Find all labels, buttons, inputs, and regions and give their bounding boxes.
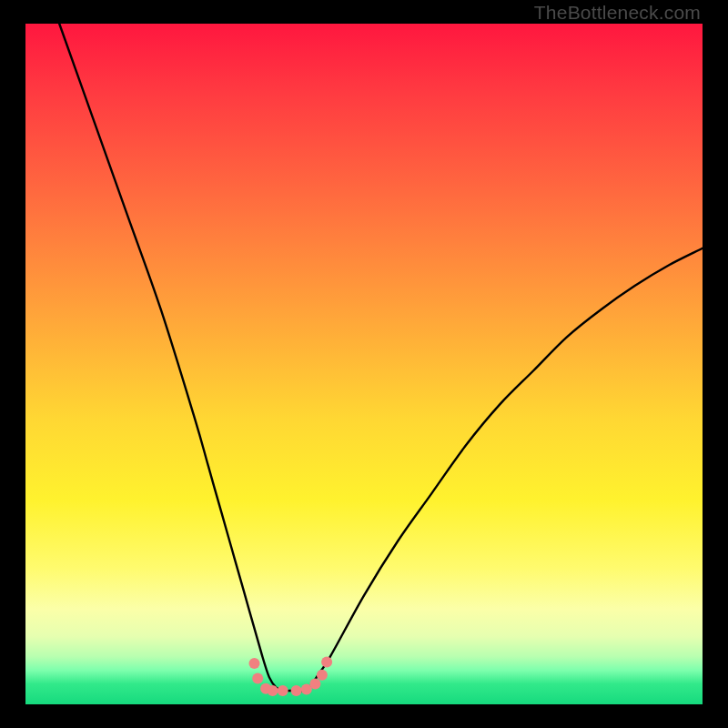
valley-dot <box>309 679 320 690</box>
bottleneck-curve <box>59 24 703 691</box>
chart-svg <box>25 24 703 704</box>
outer-frame: TheBottleneck.com <box>0 0 728 728</box>
watermark-text: TheBottleneck.com <box>534 2 701 24</box>
valley-dot <box>291 685 302 696</box>
valley-dot <box>252 673 263 684</box>
valley-dot <box>249 658 260 669</box>
valley-dot <box>268 685 278 696</box>
valley-dot <box>278 685 288 696</box>
valley-dot <box>317 670 328 681</box>
valley-dot <box>321 657 332 668</box>
